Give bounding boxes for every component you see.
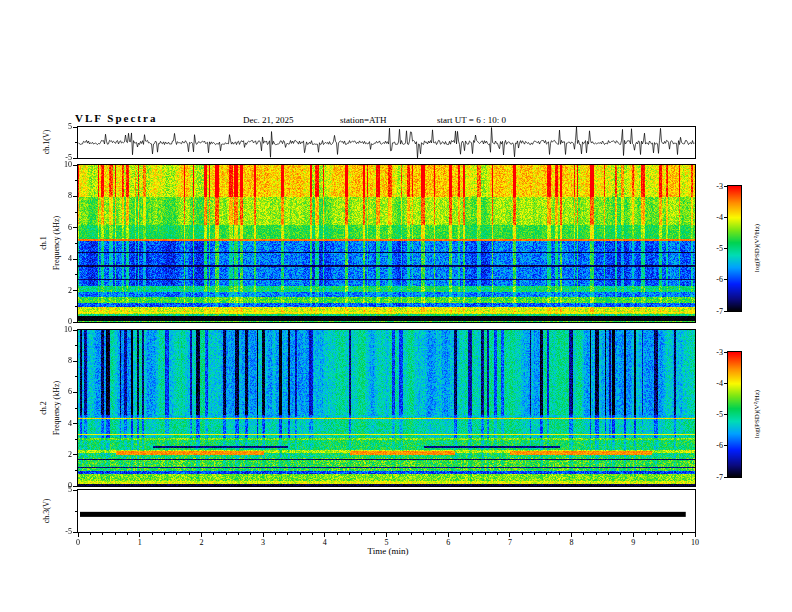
x-tick-label: 3 bbox=[254, 538, 272, 547]
y-tick-label: 4 bbox=[47, 419, 72, 428]
colorbar-tick bbox=[724, 217, 728, 218]
x-tick-label: 2 bbox=[192, 538, 210, 547]
y-tick bbox=[73, 290, 78, 291]
x-tick bbox=[571, 532, 572, 537]
y-tick bbox=[73, 361, 78, 362]
y-tick bbox=[73, 454, 78, 455]
x-minor-tick bbox=[657, 532, 658, 535]
x-minor-tick bbox=[361, 532, 362, 535]
x-tick-label: 7 bbox=[501, 538, 519, 547]
x-tick bbox=[324, 532, 325, 537]
y-tick-label: 10 bbox=[47, 160, 72, 169]
y-tick bbox=[73, 490, 78, 491]
x-minor-tick bbox=[608, 532, 609, 535]
x-minor-tick bbox=[300, 532, 301, 535]
x-minor-tick bbox=[176, 532, 177, 535]
ch3-waveform-panel bbox=[77, 489, 696, 533]
x-tick-label: 1 bbox=[131, 538, 149, 547]
colorbar1-panel bbox=[727, 185, 742, 312]
y-minor-tick bbox=[75, 439, 78, 440]
colorbar-tick-label: -6 bbox=[705, 275, 723, 284]
y-tick-label: 2 bbox=[47, 286, 72, 295]
spec2-channel-label: ch.2 bbox=[39, 401, 48, 415]
x-minor-tick bbox=[411, 532, 412, 535]
y-minor-tick bbox=[75, 408, 78, 409]
y-tick-label: 10 bbox=[47, 325, 72, 334]
x-minor-tick bbox=[460, 532, 461, 535]
colorbar2-panel bbox=[727, 351, 742, 478]
x-minor-tick bbox=[102, 532, 103, 535]
x-minor-tick bbox=[115, 532, 116, 535]
y-tick bbox=[73, 322, 78, 323]
colorbar-tick bbox=[724, 311, 728, 312]
colorbar-tick-label: -7 bbox=[705, 473, 723, 482]
ch1-wave-ylabel: ch.1(V) bbox=[42, 130, 51, 155]
x-minor-tick bbox=[583, 532, 584, 535]
start-ut-label: start UT = 6 : 10: 0 bbox=[437, 115, 506, 125]
y-tick-label: 6 bbox=[47, 387, 72, 396]
x-minor-tick bbox=[596, 532, 597, 535]
y-tick-label: 2 bbox=[47, 450, 72, 459]
station-label: station=ATH bbox=[340, 115, 387, 125]
colorbar-tick-label: -4 bbox=[705, 379, 723, 388]
ch1-spectrogram-panel bbox=[77, 164, 696, 323]
x-minor-tick bbox=[472, 532, 473, 535]
y-tick bbox=[73, 158, 78, 159]
y-tick bbox=[73, 423, 78, 424]
x-minor-tick bbox=[152, 532, 153, 535]
y-tick-label: 6 bbox=[47, 223, 72, 232]
x-minor-tick bbox=[559, 532, 560, 535]
colorbar-tick-label: -7 bbox=[705, 307, 723, 316]
x-minor-tick bbox=[226, 532, 227, 535]
colorbar-tick-label: -5 bbox=[705, 410, 723, 419]
spec1-channel-label: ch.1 bbox=[39, 236, 48, 250]
x-minor-tick bbox=[497, 532, 498, 535]
y-tick bbox=[73, 196, 78, 197]
colorbar-tick bbox=[724, 248, 728, 249]
y-tick-label: 8 bbox=[47, 356, 72, 365]
y-tick bbox=[73, 392, 78, 393]
colorbar-tick bbox=[724, 186, 728, 187]
colorbar2-canvas bbox=[728, 352, 741, 477]
y-tick-label: 8 bbox=[47, 191, 72, 200]
x-minor-tick bbox=[398, 532, 399, 535]
y-tick bbox=[73, 127, 78, 128]
colorbar-tick bbox=[724, 352, 728, 353]
x-minor-tick bbox=[534, 532, 535, 535]
colorbar-tick-label: -5 bbox=[705, 244, 723, 253]
colorbar1-canvas bbox=[728, 186, 741, 311]
colorbar-tick-label: -6 bbox=[705, 441, 723, 450]
x-minor-tick bbox=[250, 532, 251, 535]
y-minor-tick bbox=[75, 212, 78, 213]
x-minor-tick bbox=[312, 532, 313, 535]
x-tick-label: 5 bbox=[378, 538, 396, 547]
colorbar-tick bbox=[724, 279, 728, 280]
y-minor-tick bbox=[75, 142, 78, 143]
figure-title: VLF Spectra bbox=[75, 112, 157, 124]
x-minor-tick bbox=[423, 532, 424, 535]
vlf-spectra-figure: VLF Spectra Dec. 21, 2025 station=ATH st… bbox=[0, 0, 792, 612]
x-minor-tick bbox=[90, 532, 91, 535]
y-tick-label: 5 bbox=[47, 485, 72, 494]
x-tick bbox=[695, 532, 696, 537]
x-minor-tick bbox=[337, 532, 338, 535]
y-minor-tick bbox=[75, 243, 78, 244]
y-minor-tick bbox=[75, 345, 78, 346]
ch2-spectrogram-panel bbox=[77, 329, 696, 487]
y-tick bbox=[73, 259, 78, 260]
x-tick-label: 4 bbox=[316, 538, 334, 547]
x-tick-label: 0 bbox=[69, 538, 87, 547]
x-minor-tick bbox=[374, 532, 375, 535]
x-minor-tick bbox=[213, 532, 214, 535]
y-tick-label: 5 bbox=[47, 122, 72, 131]
colorbar-tick bbox=[724, 445, 728, 446]
y-minor-tick bbox=[75, 470, 78, 471]
x-axis-title: Time (min) bbox=[336, 546, 440, 556]
colorbar-tick bbox=[724, 414, 728, 415]
y-tick-label: -5 bbox=[47, 527, 72, 536]
x-minor-tick bbox=[164, 532, 165, 535]
colorbar-tick-label: -3 bbox=[705, 348, 723, 357]
x-tick-label: 6 bbox=[439, 538, 457, 547]
colorbar1-unit-label: log(PSD)(V²/Hz) bbox=[753, 224, 761, 272]
ch1-waveform-panel bbox=[77, 126, 696, 159]
